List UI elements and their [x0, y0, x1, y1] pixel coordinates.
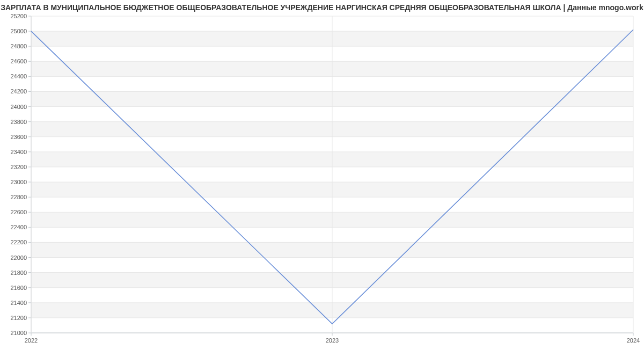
chart-container: ЗАРПЛАТА В МУНИЦИПАЛЬНОЕ БЮДЖЕТНОЕ ОБЩЕО…	[0, 0, 644, 349]
y-tick-label: 23400	[10, 149, 27, 155]
y-tick-label: 23800	[10, 119, 27, 125]
x-tick-label: 2024	[627, 337, 640, 344]
y-tick-label: 23000	[10, 179, 27, 185]
y-tick-label: 21600	[10, 285, 27, 291]
y-tick-label: 24400	[10, 73, 27, 79]
y-tick-label: 25200	[10, 13, 27, 19]
chart-title: ЗАРПЛАТА В МУНИЦИПАЛЬНОЕ БЮДЖЕТНОЕ ОБЩЕО…	[0, 3, 644, 12]
y-tick-label: 21200	[10, 315, 27, 321]
y-tick-label: 24600	[10, 58, 27, 64]
y-tick-label: 22600	[10, 209, 27, 215]
y-tick-label: 25000	[10, 28, 27, 34]
y-tick-label: 21000	[10, 330, 27, 336]
y-tick-label: 24000	[10, 104, 27, 110]
y-tick-label: 24800	[10, 43, 27, 49]
x-tick-label: 2022	[25, 337, 38, 344]
y-tick-label: 24200	[10, 88, 27, 94]
x-tick-label: 2023	[326, 337, 339, 344]
y-tick-label: 22200	[10, 239, 27, 245]
y-tick-label: 22400	[10, 224, 27, 230]
y-tick-label: 21800	[10, 270, 27, 276]
y-tick-label: 23600	[10, 134, 27, 140]
y-tick-label: 22000	[10, 255, 27, 261]
y-tick-label: 21400	[10, 300, 27, 306]
chart-svg: 2100021200214002160021800220002220022400…	[0, 0, 644, 349]
y-tick-label: 23200	[10, 164, 27, 170]
y-tick-label: 22800	[10, 194, 27, 200]
